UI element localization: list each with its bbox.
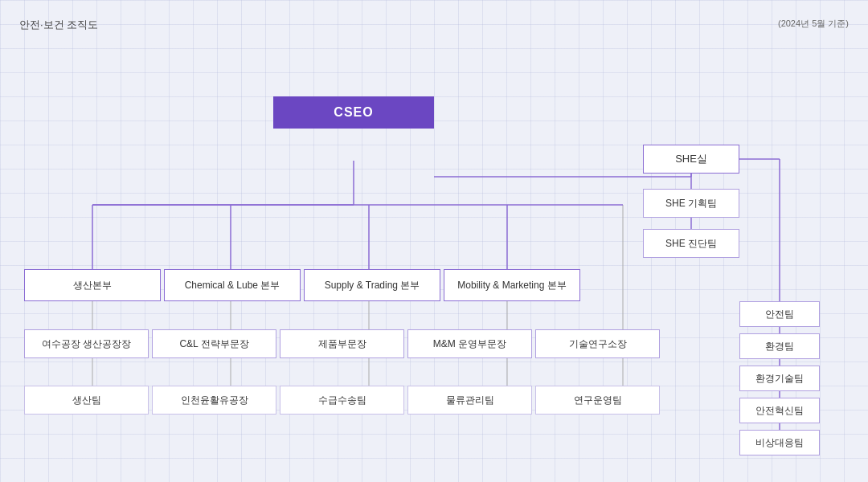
main-division-box: Chemical & Lube 본부 [164, 269, 301, 301]
third-boxes-row: 생산팀인천윤활유공장수급수송팀물류관리팀연구운영팀 [24, 386, 660, 415]
right-team-box: 비상대응팀 [739, 430, 820, 455]
third-level-box: 생산팀 [24, 386, 149, 415]
third-level-box: 연구운영팀 [535, 386, 660, 415]
she-diagnosis-box: SHE 진단팀 [643, 229, 739, 258]
cseo-box: CSEO [273, 96, 434, 129]
org-chart: CSEO SHE실 SHE 기획팀 SHE 진단팀 안전팀환경팀환경기술팀안전혁… [0, 64, 868, 482]
second-level-box: 기술연구소장 [535, 329, 660, 358]
second-level-box: 제품부문장 [280, 329, 404, 358]
second-level-box: C&L 전략부문장 [152, 329, 276, 358]
right-teams-container: 안전팀환경팀환경기술팀안전혁신팀비상대응팀 [739, 301, 820, 455]
main-division-box: Mobility & Marketing 본부 [444, 269, 580, 301]
right-team-box: 환경팀 [739, 333, 820, 359]
third-level-box: 물류관리팀 [407, 386, 532, 415]
right-team-box: 안전팀 [739, 301, 820, 327]
second-level-box: M&M 운영부문장 [407, 329, 532, 358]
right-team-box: 환경기술팀 [739, 366, 820, 391]
she-room-box: SHE실 [643, 145, 739, 174]
third-level-box: 수급수송팀 [280, 386, 404, 415]
page-title: 안전·보건 조직도 [19, 18, 98, 32]
third-level-box: 인천윤활유공장 [152, 386, 276, 415]
she-planning-box: SHE 기획팀 [643, 189, 739, 218]
date-label: (2024년 5월 기준) [778, 18, 849, 30]
main-division-box: Supply & Trading 본부 [304, 269, 440, 301]
main-boxes-row: 생산본부Chemical & Lube 본부Supply & Trading 본… [24, 269, 583, 301]
second-boxes-row: 여수공장 생산공장장C&L 전략부문장제품부문장M&M 운영부문장기술연구소장 [24, 329, 660, 358]
right-team-box: 안전혁신팀 [739, 398, 820, 423]
second-level-box: 여수공장 생산공장장 [24, 329, 149, 358]
main-division-box: 생산본부 [24, 269, 161, 301]
